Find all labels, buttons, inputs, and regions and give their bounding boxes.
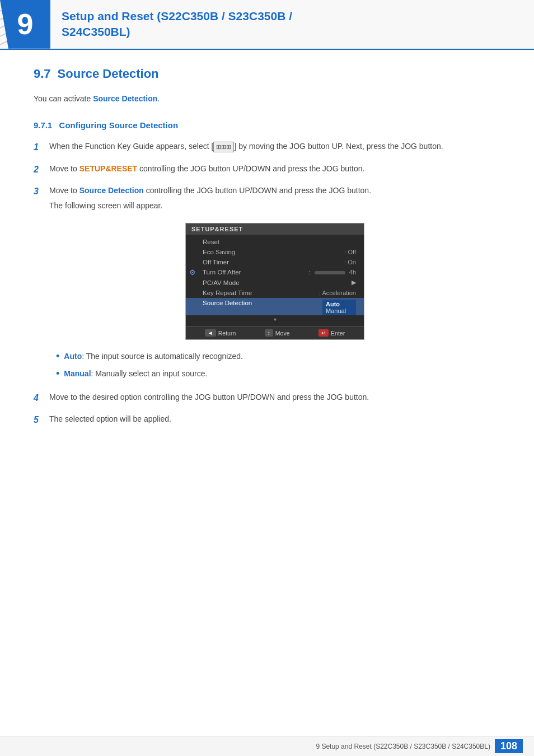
step-text-3: Move to Source Detection controlling the…	[49, 184, 500, 212]
manual-label: Manual	[64, 369, 91, 378]
chapter-number: 9	[0, 0, 50, 49]
osd-slider	[315, 271, 345, 274]
move-btn-label: Move	[275, 330, 290, 337]
osd-row-sourcedetect: Source Detection Auto Manual	[186, 298, 364, 315]
gear-icon: ⚙	[189, 268, 196, 277]
step-1: 1 When the Function Key Guide appears, s…	[34, 140, 500, 155]
osd-btn-move: ↕ Move	[265, 329, 290, 337]
footer-text: 9 Setup and Reset (S22C350B / S23C350B /…	[316, 743, 490, 750]
bullet-dot-manual: •	[56, 367, 59, 380]
bullet-text-auto: Auto: The input source is automatically …	[64, 350, 243, 362]
bullet-dot-auto: •	[56, 350, 59, 363]
subsection-number: 9.7.1	[34, 120, 52, 130]
osd-row-offtimer: Off Timer : On	[186, 257, 364, 267]
main-content: 9.7 Source Detection You can activate So…	[0, 67, 534, 472]
osd-row-keyrepeat: Key Repeat Time : Acceleration	[186, 288, 364, 298]
kbd-icon: ⊞⊞⊞	[213, 142, 234, 153]
osd-arrow-pcav: ▶	[352, 279, 356, 286]
osd-label-keyrepeat: Key Repeat Time	[203, 290, 319, 296]
auto-label: Auto	[64, 352, 82, 361]
footer-page-number: 108	[495, 739, 523, 753]
steps-list-continued: 4 Move to the desired option controlling…	[34, 391, 500, 427]
bullet-auto: • Auto: The input source is automaticall…	[56, 350, 500, 363]
osd-screenshot: SETUP&RESET Reset Eco Saving : Off Off T…	[49, 223, 500, 340]
move-btn-icon: ↕	[265, 329, 273, 337]
chapter-title: Setup and Reset (S22C350B / S23C350B / S…	[50, 0, 303, 49]
intro-highlight: Source Detection	[93, 94, 157, 103]
subsection-title: 9.7.1 Configuring Source Detection	[34, 120, 500, 130]
step-num-5: 5	[34, 413, 49, 427]
osd-row-indicator: ▾	[186, 315, 364, 324]
step-text-2: Move to SETUP&RESET controlling the JOG …	[49, 162, 500, 175]
step-num-1: 1	[34, 140, 49, 155]
osd-screen: SETUP&RESET Reset Eco Saving : Off Off T…	[185, 223, 364, 340]
osd-value-keyrepeat: : Acceleration	[319, 290, 356, 296]
step3-highlight: Source Detection	[79, 186, 144, 195]
return-btn-icon: ◄	[205, 329, 216, 337]
down-arrow-icon: ▾	[274, 316, 277, 323]
step-2: 2 Move to SETUP&RESET controlling the JO…	[34, 162, 500, 177]
bullet-text-manual: Manual: Manually select an input source.	[64, 367, 207, 380]
enter-btn-icon: ↵	[318, 329, 329, 337]
step-text-4: Move to the desired option controlling t…	[49, 391, 500, 403]
intro-paragraph: You can activate Source Detection.	[34, 92, 500, 105]
osd-label-pcav: PC/AV Mode	[203, 279, 349, 286]
step3-subtext: The following screen will appear.	[49, 199, 162, 212]
osd-value-turnoff: : 4h	[309, 269, 356, 276]
osd-label-offtimer: Off Timer	[203, 259, 344, 265]
steps-list: 1 When the Function Key Guide appears, s…	[34, 140, 500, 212]
step-5: 5 The selected option will be applied.	[34, 413, 500, 427]
bullet-list: • Auto: The input source is automaticall…	[56, 350, 500, 381]
osd-footer: ◄ Return ↕ Move ↵ Enter	[186, 326, 364, 339]
step-3: 3 Move to Source Detection controlling t…	[34, 184, 500, 212]
page-footer: 9 Setup and Reset (S22C350B / S23C350B /…	[0, 736, 534, 756]
bullet-manual: • Manual: Manually select an input sourc…	[56, 367, 500, 380]
osd-label-turnoff: Turn Off After	[203, 269, 309, 276]
osd-btn-enter: ↵ Enter	[318, 329, 345, 337]
enter-btn-label: Enter	[331, 330, 345, 337]
osd-row-turnoff: ⚙ Turn Off After : 4h	[186, 267, 364, 277]
osd-label-ecosaving: Eco Saving	[203, 249, 344, 255]
section-title-text: Source Detection	[58, 67, 159, 81]
osd-row-ecosaving: Eco Saving : Off	[186, 247, 364, 257]
chapter-title-line2: S24C350BL)	[62, 25, 130, 38]
intro-text-end: .	[157, 94, 160, 103]
return-btn-label: Return	[218, 330, 236, 337]
osd-value-sourcedetect: Auto Manual	[322, 300, 356, 315]
step-num-4: 4	[34, 391, 49, 405]
osd-label-sourcedetect: Source Detection	[203, 300, 320, 306]
osd-body: Reset Eco Saving : Off Off Timer : On ⚙ …	[186, 235, 364, 326]
osd-dropdown-manual: Manual	[326, 307, 353, 314]
osd-btn-return: ◄ Return	[205, 329, 236, 337]
osd-label-reset: Reset	[203, 239, 356, 245]
section-number: 9.7	[34, 67, 51, 81]
osd-title: SETUP&RESET	[186, 223, 364, 235]
step-text-1: When the Function Key Guide appears, sel…	[49, 140, 500, 152]
intro-text-before: You can activate	[34, 94, 93, 103]
chapter-title-line1: Setup and Reset (S22C350B / S23C350B /	[62, 10, 292, 22]
step-text-5: The selected option will be applied.	[49, 413, 500, 425]
step-num-3: 3	[34, 184, 49, 199]
section-title: 9.7 Source Detection	[34, 67, 500, 81]
osd-row-reset: Reset	[186, 237, 364, 247]
step-4: 4 Move to the desired option controlling…	[34, 391, 500, 405]
osd-value-offtimer: : On	[344, 259, 356, 265]
chapter-header: 9 Setup and Reset (S22C350B / S23C350B /…	[0, 0, 534, 50]
step2-highlight: SETUP&RESET	[79, 164, 137, 173]
step-num-2: 2	[34, 162, 49, 177]
osd-row-pcav: PC/AV Mode ▶	[186, 277, 364, 288]
osd-dropdown-auto: Auto	[326, 301, 353, 307]
subsection-title-text: Configuring Source Detection	[59, 120, 179, 130]
osd-value-ecosaving: : Off	[344, 249, 356, 255]
